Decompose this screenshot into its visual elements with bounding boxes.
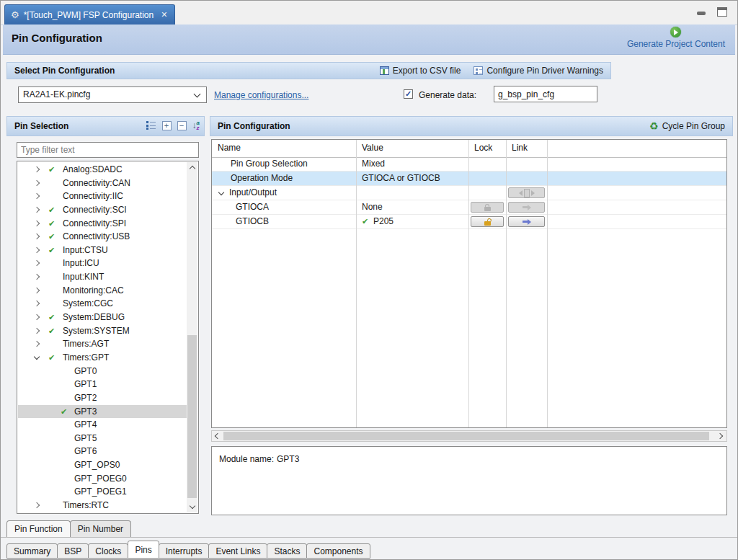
tree-item-label: GPT0 [74,365,97,378]
cell-value-label: Mixed [362,157,385,170]
tree-item[interactable]: GPT0 [18,365,187,378]
tree-item[interactable]: GPT2 [18,391,187,405]
tree-item[interactable]: ✔Connectivity:USB [18,230,187,244]
table-horizontal-scrollbar[interactable] [211,430,727,442]
tree-scrollbar[interactable] [187,162,197,512]
generate-data-checkbox[interactable]: ✓ [404,89,413,99]
close-tab-icon[interactable]: ✕ [161,10,167,19]
expand-all-icon[interactable]: + [162,121,172,130]
chevron-right-icon[interactable] [34,274,40,280]
minimize-view-button[interactable] [697,12,706,15]
tree-item[interactable]: ✔System:DEBUG [18,311,187,324]
chevron-right-icon[interactable] [34,260,40,266]
tree-item[interactable]: ✔GPT3 [18,405,187,419]
outline-view-icon[interactable] [146,121,156,130]
tree-item[interactable]: GPT_POEG0 [18,472,187,486]
tree-item[interactable]: ✔Connectivity:SPI [18,217,187,231]
tab-interrupts[interactable]: Interrupts [159,543,210,559]
sort-az-icon[interactable]: ↓ az [192,120,200,130]
tree-item-label: System:CGC [63,297,113,311]
tab-stacks[interactable]: Stacks [267,543,307,559]
manage-configurations-link[interactable]: Manage configurations... [214,90,308,100]
table-rows: Pin Group SelectionMixedOperation ModeGT… [212,157,726,229]
tree-item[interactable]: Connectivity:CAN [18,177,187,190]
tree-item[interactable]: GPT4 [18,418,187,432]
horizontal-scrollbar-thumb[interactable] [223,432,709,440]
table-row[interactable]: Pin Group SelectionMixed [212,157,726,172]
tree-item-label: Connectivity:IIC [63,190,123,203]
scroll-right-icon[interactable] [716,431,726,441]
tree-item[interactable]: Input:ICU [18,257,187,270]
unlocked-padlock-icon [484,221,491,226]
chevron-right-icon[interactable] [34,220,40,226]
tree-item-label: Connectivity:SPI [63,217,126,231]
chevron-right-icon[interactable] [34,193,40,199]
tree-item[interactable]: Input:KINT [18,270,187,284]
tree-item[interactable]: GPT6 [18,445,187,458]
chevron-right-icon[interactable] [34,166,40,172]
chevron-right-icon[interactable] [34,301,40,306]
tree-item[interactable]: GPT_OPS0 [18,458,187,472]
table-row[interactable]: GTIOCANone [212,200,726,215]
tree-item[interactable]: System:CGC [18,297,187,311]
chevron-down-icon [194,91,201,98]
tree-scrollbar-thumb[interactable] [187,335,197,498]
maximize-view-button[interactable] [717,7,727,17]
tab-summary[interactable]: Summary [6,543,58,559]
tree-item[interactable]: GPT_POEG1 [18,485,187,499]
scroll-left-icon[interactable] [212,431,223,441]
pin-selection-header: Pin Selection + − ↓ az [6,116,205,136]
export-to-csv-button[interactable]: Export to CSV file [380,66,461,76]
chevron-right-icon[interactable] [34,247,40,253]
chevron-right-icon[interactable] [34,327,40,333]
navigate-link-button[interactable] [508,216,545,227]
tab-pin-number[interactable]: Pin Number [70,520,131,537]
chevron-right-icon[interactable] [34,179,40,185]
tab-event-links[interactable]: Event Links [208,543,267,559]
table-row[interactable]: GTIOCB✔P205 [212,215,726,229]
enabled-check-icon: ✔ [48,311,55,324]
cycle-pin-group-button[interactable]: ♻ Cycle Pin Group [649,117,725,135]
tree-item[interactable]: Monitoring:CAC [18,284,187,298]
generate-project-content-button[interactable]: Generate Project Content [627,27,725,49]
tab-pins[interactable]: Pins [128,541,159,559]
tab-bsp[interactable]: BSP [57,543,89,559]
fsp-configuration-tab[interactable]: ⚙ *[Touch_PWM] FSP Configuration ✕ [4,4,175,25]
tab-clocks[interactable]: Clocks [88,543,128,559]
chevron-right-icon[interactable] [34,288,40,293]
lock-button[interactable] [471,216,504,227]
chevron-right-icon[interactable] [34,234,40,239]
generate-data-input[interactable] [494,86,597,102]
scroll-down-icon[interactable] [187,502,197,512]
cell-name: GTIOCA [212,200,356,214]
filter-input[interactable] [17,142,199,158]
pin-configuration-select[interactable]: RA2A1-EK.pincfg [18,86,207,103]
chevron-right-icon[interactable] [34,341,40,347]
tree-item[interactable]: ✔System:SYSTEM [18,324,187,338]
editor-tab-bar: ⚙ *[Touch_PWM] FSP Configuration ✕ [1,1,737,25]
chevron-right-icon[interactable] [34,314,40,320]
tree-item[interactable]: Connectivity:IIC [18,190,187,203]
tree-item[interactable]: GPT5 [18,432,187,445]
collapse-all-icon[interactable]: − [177,121,187,130]
chevron-down-icon[interactable] [34,354,40,360]
scroll-up-icon[interactable] [187,162,197,173]
table-row[interactable]: Input/Output [212,186,726,200]
chevron-right-icon[interactable] [34,502,40,508]
tree-item[interactable]: ✔Connectivity:SCI [18,203,187,217]
tab-components[interactable]: Components [306,543,370,559]
chevron-down-icon[interactable] [218,190,224,195]
chevron-right-icon[interactable] [34,207,40,213]
cell-name: Input/Output [212,186,356,200]
cell-value-label: None [362,200,383,213]
tree-item[interactable]: ✔Analog:SDADC [18,163,187,177]
tree-item[interactable]: ✔Input:CTSU [18,244,187,257]
configure-pin-driver-warnings-button[interactable]: Configure Pin Driver Warnings [474,66,603,76]
tree-item[interactable]: ✔Timers:GPT [18,351,187,365]
tree-item[interactable]: GPT1 [18,378,187,391]
tree-item[interactable]: Timers:AGT [18,337,187,351]
tab-pin-function[interactable]: Pin Function [6,520,71,537]
tree-item[interactable]: Timers:RTC [18,499,187,512]
table-row[interactable]: Operation ModeGTIOCA or GTIOCB [212,172,726,186]
cell-name: GTIOCB [212,215,356,228]
